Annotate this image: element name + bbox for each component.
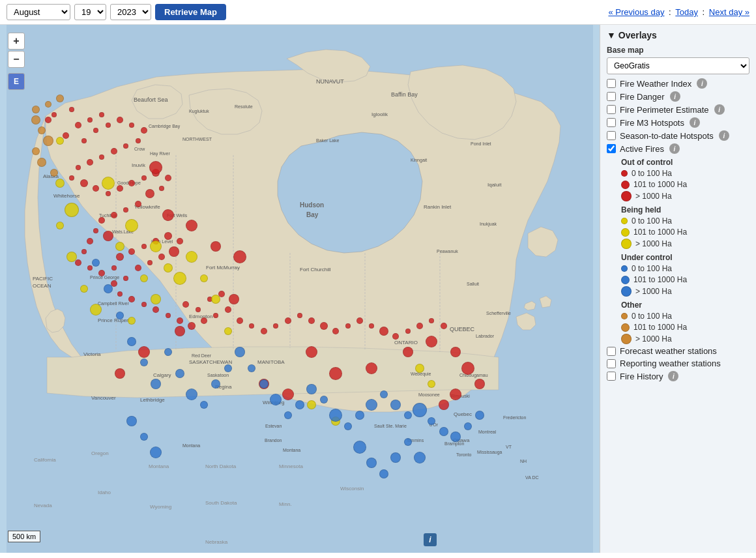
overlay-item-active-fires: Active Firesi [607,143,749,154]
svg-text:Nevada: Nevada [34,503,52,508]
day-select[interactable]: 12345 678910 1112131415 1617181920 21222… [74,4,106,20]
checkbox-reporting-weather[interactable] [607,359,616,368]
info-icon-fire-m3[interactable]: i [690,117,700,128]
fire-legend-label: 0 to 100 Ha [632,216,672,226]
svg-text:High Level: High Level [151,239,173,244]
info-icon-fire-weather-index[interactable]: i [697,78,707,89]
fires-group-under-control: Under control [621,253,749,262]
info-icon-fire-perimeter[interactable]: i [714,104,725,115]
fire-legend-item: 101 to 1000 Ha [621,180,749,189]
fire-dot-sm [621,218,628,224]
zoom-controls: + − E [8,33,25,90]
overlays-panel: ▼ Overlays Base map GeoGratis OpenStreet… [600,25,756,553]
svg-text:Iqaluit: Iqaluit [487,182,502,188]
fire-legend-item: 0 to 100 Ha [621,169,749,178]
fire-legend-item: 101 to 1000 Ha [621,275,749,284]
svg-text:OCEAN: OCEAN [33,283,51,289]
svg-text:Winnipeg: Winnipeg [263,400,284,405]
month-select[interactable]: August JanuaryFebruaryMarch AprilMayJune… [7,4,70,20]
today-link[interactable]: Today [675,7,698,17]
svg-text:Fort Churchill: Fort Churchill [300,267,331,272]
svg-text:South Dakota: South Dakota [205,500,237,506]
checkbox-fire-history[interactable] [607,372,616,381]
svg-text:Baker Lake: Baker Lake [316,138,340,143]
svg-text:Labrador: Labrador [476,334,495,338]
next-day-link[interactable]: Next day » [709,7,749,17]
info-icon-fire-history[interactable]: i [668,371,678,381]
zoom-out-button[interactable]: − [8,51,25,68]
map-svg: Beaufort Sea NUNAVUT Hudson Bay Baffin B… [0,25,600,553]
svg-text:Montana: Montana [149,463,169,469]
fire-dot-sm [621,265,628,272]
checkbox-season-hotspots[interactable] [607,131,616,140]
svg-text:Timmins: Timmins [407,438,424,443]
label-season-hotspots[interactable]: Season-to-date Hotspots [620,131,714,141]
label-active-fires[interactable]: Active Fires [620,144,664,154]
fire-dot-lg [621,239,632,249]
year-select[interactable]: 20202021202220232024 [110,4,151,20]
main-layout: Beaufort Sea NUNAVUT Hudson Bay Baffin B… [0,25,756,553]
svg-text:Mississauga: Mississauga [477,450,502,455]
label-fire-history[interactable]: Fire History [620,372,663,381]
label-reporting-weather[interactable]: Reporting weather stations [620,359,721,368]
checkbox-fire-danger[interactable] [607,92,616,101]
svg-text:SASKATCHEWAN: SASKATCHEWAN [189,359,232,365]
fire-legend-label: 101 to 1000 Ha [633,323,687,332]
label-forecast-weather[interactable]: Forecast weather stations [620,346,717,356]
svg-text:NUNAVUT: NUNAVUT [316,78,344,85]
info-icon-active-fires[interactable]: i [669,143,680,154]
svg-text:Toronto: Toronto [456,452,471,457]
svg-text:MANITOBA: MANITOBA [257,359,285,365]
overlay-item-forecast-weather: Forecast weather stations [607,346,749,356]
svg-text:Rankin Inlet: Rankin Inlet [424,204,452,210]
svg-text:Tuchitua: Tuchitua [99,213,117,218]
svg-text:Crow: Crow [134,147,145,151]
east-button[interactable]: E [8,73,25,90]
fire-legend-label: > 1000 Ha [635,192,672,201]
svg-text:Baffin Bay: Baffin Bay [391,91,418,98]
label-fire-m3[interactable]: Fire M3 Hotspots [620,118,684,128]
svg-text:Fredericton: Fredericton [503,415,527,420]
retrieve-map-button[interactable]: Retrieve Map [155,4,226,20]
zoom-in-button[interactable]: + [8,33,25,50]
info-icon-fire-danger[interactable]: i [670,91,680,102]
info-icon-season-hotspots[interactable]: i [719,130,729,141]
label-fire-weather-index[interactable]: Fire Weather Index [620,79,691,89]
checkbox-forecast-weather[interactable] [607,347,616,356]
checkbox-fire-m3[interactable] [607,118,616,127]
fire-dot-sm [621,170,628,177]
checkbox-fire-weather-index[interactable] [607,79,616,88]
svg-text:NH: NH [520,459,527,463]
active-fires-legend: Out of control0 to 100 Ha101 to 1000 Ha>… [621,158,749,344]
fire-dot-lg [621,191,632,201]
svg-text:Montana: Montana [283,448,300,452]
fire-legend-label: > 1000 Ha [635,239,672,248]
scale-bar: 500 km [8,531,40,542]
previous-day-link[interactable]: « Previous day [608,7,664,17]
checkbox-fire-perimeter[interactable] [607,105,616,114]
svg-text:Prince George: Prince George [90,275,119,280]
svg-text:Schefferville: Schefferville [486,311,511,316]
svg-text:Inuvik: Inuvik [132,162,146,168]
overlays-title: ▼ Overlays [607,30,749,40]
map-info-button[interactable]: i [424,533,437,546]
svg-text:North Dakota: North Dakota [205,463,237,469]
svg-text:Salluit: Salluit [467,282,479,286]
label-fire-danger[interactable]: Fire Danger [620,92,665,102]
fire-legend-label: > 1000 Ha [635,287,672,296]
svg-text:Vancouver: Vancouver [91,395,116,401]
fire-legend-label: 101 to 1000 Ha [633,180,687,189]
svg-text:Fort McMurray: Fort McMurray [206,265,240,271]
fire-legend-item: > 1000 Ha [621,334,749,344]
svg-text:Moosonee: Moosonee [418,392,440,397]
svg-text:Lethbridge: Lethbridge [140,397,165,403]
svg-text:Cambridge Bay: Cambridge Bay [149,124,181,129]
checkbox-active-fires[interactable] [607,144,616,153]
basemap-select[interactable]: GeoGratis OpenStreetMap Satellite [607,57,749,74]
svg-text:Minnesota: Minnesota [279,463,303,469]
overlay-item-reporting-weather: Reporting weather stations [607,359,749,368]
overlay-item-fire-perimeter: Fire Perimeter Estimatei [607,104,749,115]
map-container[interactable]: Beaufort Sea NUNAVUT Hudson Bay Baffin B… [0,25,600,553]
label-fire-perimeter[interactable]: Fire Perimeter Estimate [620,105,709,115]
nav-separator-1: : [666,7,673,17]
